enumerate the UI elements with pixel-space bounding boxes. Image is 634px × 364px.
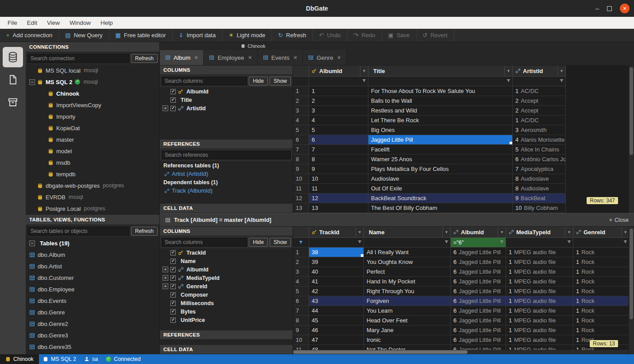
cell-title[interactable]: Balls to the Wall: [368, 96, 513, 106]
connection-item[interactable]: dbgate-web-postgres postgres: [26, 180, 159, 191]
cell-name[interactable]: Perfect: [364, 267, 451, 277]
column-checkbox[interactable]: [170, 292, 176, 298]
cell-trackid[interactable]: 39: [309, 257, 364, 267]
expand-icon[interactable]: [29, 194, 35, 200]
column-checkbox[interactable]: [170, 309, 176, 314]
connection-item[interactable]: msdb: [26, 157, 159, 168]
expand-icon[interactable]: −: [29, 240, 35, 246]
cell-mediatypeid[interactable]: 1MPEG audio file: [506, 325, 573, 335]
table-item[interactable]: dbo.Genre3: [26, 329, 159, 341]
cell-albumid[interactable]: 6Jagged Little Pill: [451, 287, 506, 296]
column-checkbox[interactable]: [170, 267, 176, 272]
cell-albumid[interactable]: 12: [309, 194, 368, 203]
row-number-cell[interactable]: 1: [293, 248, 309, 257]
expand-icon[interactable]: [40, 171, 46, 177]
column-item[interactable]: Milliseconds: [160, 299, 293, 307]
cell-albumid[interactable]: 6Jagged Little Pill: [451, 267, 506, 277]
expand-icon[interactable]: [40, 148, 46, 154]
cell-genreid[interactable]: 1Rock: [573, 287, 630, 296]
table-row[interactable]: 4 4 Let There Be Rock 1AC/DC: [293, 116, 634, 125]
cell-trackid[interactable]: 47: [309, 335, 364, 345]
table-row[interactable]: 4 41 Hand In My Pocket 6Jagged Little Pi…: [293, 277, 634, 287]
expand-icon[interactable]: [40, 102, 46, 108]
cell-trackid[interactable]: 41: [309, 277, 364, 287]
table-item[interactable]: dbo.Genre2: [26, 318, 159, 329]
expand-icon[interactable]: [40, 91, 46, 97]
table-row[interactable]: 3 40 Perfect 6Jagged Little Pill 1MPEG a…: [293, 267, 634, 277]
filter-cell-title[interactable]: [368, 77, 513, 86]
expand-icon[interactable]: [29, 68, 35, 74]
cell-artistid[interactable]: 7Apocalyptica: [513, 164, 566, 174]
table-item[interactable]: dbo.Genre: [26, 306, 159, 318]
column-item[interactable]: Bytes: [160, 307, 293, 316]
toolbar-button[interactable]: ⇓ Import data: [173, 29, 223, 42]
row-number-cell[interactable]: 3: [293, 267, 309, 277]
column-header[interactable]: GenreId ▾: [573, 227, 630, 238]
cell-artistid[interactable]: 8Audioslave: [513, 174, 566, 184]
cell-albumid[interactable]: 2: [309, 96, 368, 106]
cell-mediatypeid[interactable]: 1MPEG audio file: [506, 248, 573, 257]
cell-albumid[interactable]: 9: [309, 164, 368, 174]
tab[interactable]: Employee ×: [204, 50, 257, 65]
column-item[interactable]: Title: [160, 96, 293, 104]
column-header[interactable]: Name ▾: [364, 227, 451, 238]
filter-input-name[interactable]: [364, 238, 450, 247]
cell-albumid[interactable]: 6Jagged Little Pill: [451, 306, 506, 316]
cell-albumid[interactable]: 10: [309, 174, 368, 184]
cell-artistid[interactable]: 5Alice In Chains: [513, 145, 566, 155]
connection-item[interactable]: KopieDat: [26, 122, 159, 134]
column-header[interactable]: AlbumId ▾: [451, 227, 506, 238]
cell-albumid[interactable]: 8: [309, 155, 368, 164]
cell-trackid[interactable]: 38: [309, 248, 364, 257]
toolbar-button[interactable]: ▦ Free table editor: [109, 29, 173, 42]
row-number-cell[interactable]: 5: [293, 287, 309, 296]
cell-albumid[interactable]: 6Jagged Little Pill: [451, 335, 506, 345]
cell-genreid[interactable]: 1Rock: [573, 316, 630, 325]
column-checkbox[interactable]: [170, 250, 176, 256]
cell-albumid[interactable]: 1: [309, 86, 368, 96]
filter-cell-albumid[interactable]: [309, 77, 368, 86]
cell-artistid[interactable]: 1AC/DC: [513, 116, 566, 125]
table-row[interactable]: 2 39 You Oughta Know 6Jagged Little Pill…: [293, 257, 634, 267]
column-item[interactable]: + MediaTypeId: [160, 274, 293, 282]
cell-albumid[interactable]: 4: [309, 116, 368, 125]
cell-artistid[interactable]: 9BackBeat: [513, 194, 566, 203]
column-checkbox[interactable]: [170, 318, 176, 323]
cell-name[interactable]: Ironic: [364, 335, 451, 345]
toolbar-button[interactable]: ↺ Revert: [417, 29, 454, 42]
cell-artistid[interactable]: 4Alanis Morissette: [513, 135, 566, 145]
cell-artistid[interactable]: 10Billy Cobham: [513, 203, 566, 213]
cell-mediatypeid[interactable]: 1MPEG audio file: [506, 267, 573, 277]
refresh-connections-button[interactable]: Refresh: [131, 54, 158, 63]
hide-button[interactable]: Hide: [249, 238, 268, 247]
row-number-cell[interactable]: 7: [293, 306, 309, 316]
refresh-tables-button[interactable]: Refresh: [131, 227, 158, 236]
column-item[interactable]: TrackId: [160, 248, 293, 257]
filter-cell-albumid[interactable]: [451, 238, 506, 248]
cell-name[interactable]: Head Over Feet: [364, 316, 451, 325]
activity-bar-item[interactable]: [3, 47, 23, 67]
row-number-cell[interactable]: 6: [293, 135, 309, 145]
cell-trackid[interactable]: 46: [309, 325, 364, 335]
expand-icon[interactable]: +: [162, 283, 168, 289]
row-number-cell[interactable]: 1: [293, 86, 309, 96]
close-icon[interactable]: ×: [620, 4, 630, 13]
tab-close-icon[interactable]: ×: [194, 54, 198, 61]
table-row[interactable]: 1 1 For Those About To Rock We Salute Yo…: [293, 86, 634, 96]
cell-title[interactable]: Warner 25 Anos: [368, 155, 513, 164]
cell-genreid[interactable]: 1Rock: [573, 306, 630, 316]
column-checkbox[interactable]: [170, 106, 176, 111]
cell-title[interactable]: BackBeat Soundtrack: [368, 194, 513, 203]
table-row[interactable]: 3 3 Restless and Wild 2Accept: [293, 106, 634, 116]
menu-item[interactable]: Window: [65, 17, 96, 29]
table-item[interactable]: dbo.Genre35: [26, 341, 159, 352]
row-number-cell[interactable]: 6: [293, 296, 309, 306]
toolbar-button[interactable]: ↻ Refresh: [272, 29, 313, 42]
toolbar-button[interactable]: ▤ New Query: [59, 29, 109, 42]
cell-title[interactable]: Plays Metallica By Four Cellos: [368, 164, 513, 174]
grid-corner-cell[interactable]: [293, 227, 309, 238]
column-menu-chevron-icon[interactable]: ▾: [557, 66, 565, 76]
row-number-cell[interactable]: 2: [293, 257, 309, 267]
column-header[interactable]: TrackId ▾: [309, 227, 364, 238]
cell-name[interactable]: You Learn: [364, 306, 451, 316]
